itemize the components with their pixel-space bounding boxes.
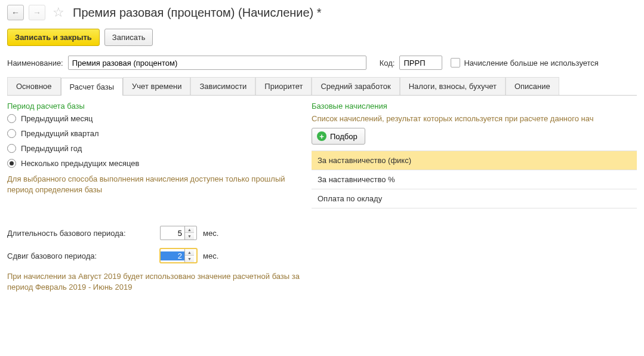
window-title: Премия разовая (процентом) (Начисление) … xyxy=(73,6,322,20)
radio-icon xyxy=(7,114,16,123)
spinner-down-icon[interactable]: ▼ xyxy=(185,233,194,240)
radio-label: Несколько предыдущих месяцев xyxy=(21,159,139,168)
tab-tax[interactable]: Налоги, взносы, бухучет xyxy=(400,77,506,95)
tabs-bar: Основное Расчет базы Учет времени Зависи… xyxy=(7,77,637,96)
radio-label: Предыдущий квартал xyxy=(21,129,99,138)
tab-deps[interactable]: Зависимости xyxy=(190,77,255,95)
base-list: За наставничество (фикс) За наставничест… xyxy=(312,151,637,208)
name-input[interactable] xyxy=(68,56,366,70)
code-input[interactable] xyxy=(399,56,442,70)
duration-unit: мес. xyxy=(203,229,218,238)
spinner-up-icon[interactable]: ▲ xyxy=(185,249,194,256)
tab-main[interactable]: Основное xyxy=(7,77,61,95)
list-item[interactable]: Оплата по окладу xyxy=(312,189,637,208)
radio-icon xyxy=(7,129,16,138)
radio-icon xyxy=(7,159,16,168)
list-item[interactable]: За наставничество % xyxy=(312,170,637,189)
nav-back-button[interactable]: ← xyxy=(7,5,24,20)
tab-base-calc[interactable]: Расчет базы xyxy=(61,78,124,96)
spinner-down-icon[interactable]: ▼ xyxy=(185,256,194,262)
period-section-title: Период расчета базы xyxy=(7,102,300,111)
podbor-label: Подбор xyxy=(330,132,358,141)
tab-priority[interactable]: Приоритет xyxy=(255,77,312,95)
radio-label: Предыдущий год xyxy=(21,144,82,153)
tab-avg[interactable]: Средний заработок xyxy=(312,77,399,95)
not-used-checkbox[interactable] xyxy=(451,58,460,67)
code-label: Код: xyxy=(380,59,395,67)
shift-input[interactable] xyxy=(161,251,184,260)
period-hint: Для выбранного способа выполнения начисл… xyxy=(7,174,300,195)
save-button[interactable]: Записать xyxy=(104,29,153,46)
radio-prev-month[interactable]: Предыдущий месяц xyxy=(7,114,300,123)
radio-several-months[interactable]: Несколько предыдущих месяцев xyxy=(7,159,300,168)
base-section-title: Базовые начисления xyxy=(312,102,637,111)
tab-desc[interactable]: Описание xyxy=(506,77,559,95)
duration-spinner[interactable]: ▲ ▼ xyxy=(160,226,197,240)
save-close-button[interactable]: Записать и закрыть xyxy=(7,29,100,46)
radio-label: Предыдущий месяц xyxy=(21,114,93,123)
calc-hint: При начислении за Август 2019 будет испо… xyxy=(7,271,300,292)
plus-icon: + xyxy=(317,131,326,141)
name-label: Наименование: xyxy=(7,59,63,67)
spinner-up-icon[interactable]: ▲ xyxy=(185,226,194,233)
list-item[interactable]: За наставничество (фикс) xyxy=(312,151,637,170)
nav-forward-button[interactable]: → xyxy=(29,5,45,20)
tab-time[interactable]: Учет времени xyxy=(123,77,190,95)
shift-spinner[interactable]: ▲ ▼ xyxy=(160,248,197,263)
favorite-star-icon[interactable]: ☆ xyxy=(53,5,64,20)
base-hint: Список начислений, результат которых исп… xyxy=(312,114,637,123)
shift-unit: мес. xyxy=(203,251,218,260)
podbor-button[interactable]: + Подбор xyxy=(312,128,365,145)
radio-prev-year[interactable]: Предыдущий год xyxy=(7,144,300,153)
not-used-label: Начисление больше не используется xyxy=(464,59,598,67)
radio-prev-quarter[interactable]: Предыдущий квартал xyxy=(7,129,300,138)
duration-label: Длительность базового периода: xyxy=(7,229,154,238)
shift-label: Сдвиг базового периода: xyxy=(7,251,154,260)
duration-input[interactable] xyxy=(161,229,184,238)
radio-icon xyxy=(7,144,16,153)
